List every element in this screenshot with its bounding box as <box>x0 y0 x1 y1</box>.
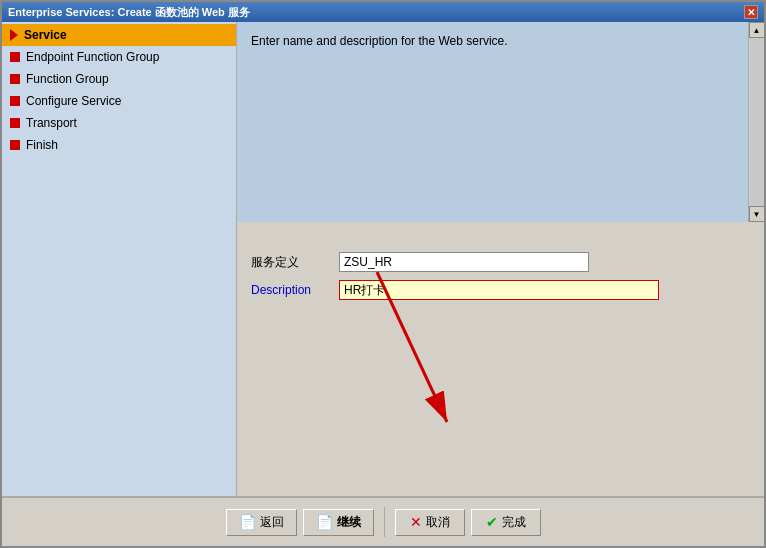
finish-button[interactable]: ✔ 完成 <box>471 509 541 536</box>
back-label: 返回 <box>260 514 284 531</box>
sidebar-item-label: Endpoint Function Group <box>26 50 159 64</box>
bullet-icon <box>10 140 20 150</box>
arrow-icon <box>10 29 18 41</box>
cancel-button[interactable]: ✕ 取消 <box>395 509 465 536</box>
sidebar-item-finish[interactable]: Finish <box>2 134 236 156</box>
scroll-track <box>750 38 764 206</box>
bullet-icon <box>10 96 20 106</box>
continue-button[interactable]: 📄 继续 <box>303 509 374 536</box>
scrollbar: ▲ ▼ <box>748 22 764 222</box>
continue-label: 继续 <box>337 514 361 531</box>
window-title: Enterprise Services: Create 函数池的 Web 服务 <box>8 5 250 20</box>
sidebar-item-label: Finish <box>26 138 58 152</box>
service-def-input[interactable] <box>339 252 589 272</box>
bullet-icon <box>10 74 20 84</box>
sidebar-item-function-group[interactable]: Function Group <box>2 68 236 90</box>
separator <box>384 507 385 537</box>
title-bar: Enterprise Services: Create 函数池的 Web 服务 … <box>2 2 764 22</box>
service-def-row: 服务定义 <box>251 252 750 272</box>
description-label: Description <box>251 283 331 297</box>
back-button[interactable]: 📄 返回 <box>226 509 297 536</box>
finish-icon: ✔ <box>486 514 498 530</box>
fields-area: 服务定义 Description <box>237 222 764 310</box>
sidebar-item-configure-service[interactable]: Configure Service <box>2 90 236 112</box>
main-panel: Enter name and description for the Web s… <box>237 22 764 496</box>
close-button[interactable]: ✕ <box>744 5 758 19</box>
sidebar-item-label: Transport <box>26 116 77 130</box>
content-area: Service Endpoint Function Group Function… <box>2 22 764 496</box>
bullet-icon <box>10 52 20 62</box>
sidebar-item-service[interactable]: Service <box>2 24 236 46</box>
sidebar-item-endpoint-function-group[interactable]: Endpoint Function Group <box>2 46 236 68</box>
scroll-up-button[interactable]: ▲ <box>749 22 765 38</box>
description-row: Description <box>251 280 750 300</box>
sidebar-item-transport[interactable]: Transport <box>2 112 236 134</box>
sidebar: Service Endpoint Function Group Function… <box>2 22 237 496</box>
main-window: Enterprise Services: Create 函数池的 Web 服务 … <box>0 0 766 548</box>
cancel-icon: ✕ <box>410 514 422 530</box>
sidebar-item-label: Function Group <box>26 72 109 86</box>
continue-icon: 📄 <box>316 514 333 530</box>
sidebar-item-label: Configure Service <box>26 94 121 108</box>
sidebar-item-label: Service <box>24 28 67 42</box>
info-box: Enter name and description for the Web s… <box>237 22 748 222</box>
fields-container: 服务定义 Description <box>237 222 764 496</box>
bottom-toolbar: 📄 返回 📄 继续 ✕ 取消 ✔ 完成 <box>2 496 764 546</box>
finish-label: 完成 <box>502 514 526 531</box>
back-icon: 📄 <box>239 514 256 530</box>
info-text: Enter name and description for the Web s… <box>251 34 508 48</box>
description-input[interactable] <box>339 280 659 300</box>
scroll-down-button[interactable]: ▼ <box>749 206 765 222</box>
bullet-icon <box>10 118 20 128</box>
cancel-label: 取消 <box>426 514 450 531</box>
service-def-label: 服务定义 <box>251 254 331 271</box>
